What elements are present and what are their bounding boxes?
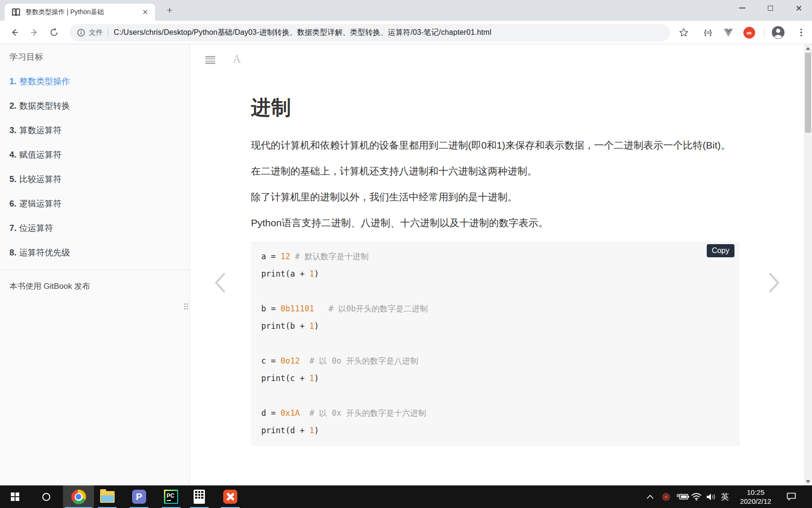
sidebar-item-6[interactable]: 6.逻辑运算符 (9, 198, 189, 209)
code-block: Copy a = 12 # 默认数字是十进制print(a + 1) b = 0… (251, 241, 740, 446)
taskbar-file-explorer[interactable] (96, 485, 118, 508)
tab-strip: 整数类型操作 | Python基础 ✕ + (0, 0, 812, 21)
reload-button[interactable] (47, 25, 61, 40)
copy-button[interactable]: Copy (707, 244, 734, 257)
tray-volume[interactable] (703, 485, 720, 508)
scrollbar-thumb[interactable] (805, 53, 811, 133)
taskbar-calculator[interactable] (188, 485, 211, 508)
code-line (261, 283, 729, 300)
taskbar-chrome[interactable] (63, 485, 94, 508)
sidebar-resize-handle[interactable] (184, 303, 188, 312)
forward-arrow-icon (30, 28, 39, 37)
sidebar-item-1[interactable]: 1.整数类型操作 (9, 76, 189, 87)
screen: 整数类型操作 | Python基础 ✕ + (0, 0, 812, 508)
bookmark-star-button[interactable] (677, 25, 691, 40)
extension-infinity[interactable]: ∞ (742, 25, 757, 40)
url-separator (108, 29, 108, 37)
code-line (261, 335, 729, 352)
page-scrollbar[interactable] (804, 44, 812, 485)
search-button[interactable] (35, 485, 57, 508)
star-icon (679, 28, 688, 37)
taskbar-pycharm[interactable]: PC (160, 485, 182, 508)
paragraphs: 现代的计算机和依赖计算机的设备里都用到二进制(即0和1)来保存和表示数据，一个二… (251, 136, 740, 232)
browser-tab[interactable]: 整数类型操作 | Python基础 ✕ (5, 4, 155, 21)
window-maximize-button[interactable] (759, 0, 781, 16)
tray-recording-app[interactable] (658, 485, 674, 508)
sidebar-item-8[interactable]: 8.运算符优先级 (9, 247, 189, 258)
new-tab-button[interactable]: + (164, 6, 176, 16)
code-line (261, 387, 729, 405)
window-close-button[interactable] (788, 0, 809, 16)
sidebar-item-5[interactable]: 5.比较运算符 (9, 174, 189, 184)
taskbar-p-app[interactable]: P (128, 485, 150, 508)
chevron-right-icon (767, 272, 781, 294)
tray-clock[interactable]: 10:25 2020/2/12 (731, 485, 780, 508)
url-scheme-label: 文件 (89, 28, 103, 37)
toc-header: 学习目标 (9, 52, 189, 62)
scrollbar-down-arrow[interactable] (804, 477, 812, 485)
gitbook-main: A 进制 现代的计算机和依赖计算机的设备里都用到二进制(即0和1)来保存和表示数… (190, 44, 812, 485)
next-page-arrow[interactable] (767, 272, 781, 295)
code-line: print(b + 1) (261, 318, 729, 335)
address-bar[interactable]: 文件 C:/Users/chris/Desktop/Python基础/Day03… (70, 24, 670, 41)
code-line: print(c + 1) (261, 370, 729, 387)
xmind-x-icon (223, 490, 237, 504)
chrome-icon (71, 490, 86, 504)
table-of-contents: 学习目标 1.整数类型操作2.数据类型转换3.算数运算符4.赋值运算符5.比较运… (0, 44, 189, 292)
code-line: d = 0x1A # 以 0x 开头的数字是十六进制 (261, 405, 729, 422)
article: 进制 现代的计算机和依赖计算机的设备里都用到二进制(即0和1)来保存和表示数据，… (251, 44, 740, 446)
code-line: b = 0b11101 # 以0b开头的数字是二进制 (261, 300, 729, 318)
back-arrow-icon (10, 28, 19, 37)
start-button[interactable] (4, 485, 26, 508)
extension-vue-devtools[interactable] (721, 25, 736, 40)
tray-wifi[interactable] (688, 485, 705, 508)
gitbook-favicon-book-icon (11, 8, 21, 17)
tray-ime-indicator[interactable]: 英 (718, 485, 732, 508)
url-text[interactable]: C:/Users/chris/Desktop/Python基础/Day03-进制… (114, 28, 492, 38)
sidebar-item-7[interactable]: 7.位运算符 (9, 223, 189, 233)
profile-avatar[interactable] (771, 25, 786, 40)
sidebar-toggle-icon[interactable] (205, 56, 215, 64)
scrollbar-up-arrow[interactable] (804, 44, 812, 52)
clock-date: 2020/2/12 (740, 497, 772, 506)
window-minimize-button[interactable] (731, 0, 753, 16)
tray-show-hidden-icons[interactable] (642, 485, 658, 508)
prev-page-arrow[interactable] (214, 272, 227, 295)
avatar-icon (771, 25, 785, 40)
tab-close-icon[interactable]: ✕ (140, 8, 150, 16)
gitbook-footer-link[interactable]: 本书使用 GitBook 发布 (9, 281, 189, 292)
extension-json-formatter[interactable]: {≡} (700, 25, 715, 40)
page-info-icon[interactable] (77, 29, 85, 37)
browser-menu-button[interactable] (795, 25, 807, 40)
sidebar-item-4[interactable]: 4.赋值运算符 (9, 150, 189, 160)
tray-action-center[interactable] (782, 485, 801, 508)
toc-divider (0, 270, 190, 270)
back-button[interactable] (8, 25, 22, 40)
code-lines: a = 12 # 默认数字是十进制print(a + 1) b = 0b1110… (261, 248, 729, 439)
notification-icon (787, 492, 796, 501)
toc-items: 1.整数类型操作2.数据类型转换3.算数运算符4.赋值运算符5.比较运算符6.逻… (9, 76, 189, 258)
clock-time: 10:25 (747, 488, 765, 497)
tab-title: 整数类型操作 | Python基础 (25, 8, 140, 16)
infinity-icon: ∞ (743, 27, 755, 39)
ime-language-label: 英 (721, 492, 729, 502)
code-line: print(d + 1) (261, 422, 729, 439)
body-paragraph: 现代的计算机和依赖计算机的设备里都用到二进制(即0和1)来保存和表示数据，一个二… (251, 136, 740, 154)
sidebar-item-2[interactable]: 2.数据类型转换 (9, 101, 189, 111)
calculator-icon (194, 490, 205, 504)
record-dot-icon (663, 494, 669, 500)
vue-v-icon (723, 28, 734, 37)
font-settings-icon[interactable]: A (233, 53, 241, 66)
windows-taskbar: P PC (0, 485, 812, 508)
browser-toolbar: 文件 C:/Users/chris/Desktop/Python基础/Day03… (0, 21, 812, 44)
sidebar-item-3[interactable]: 3.算数运算符 (9, 125, 189, 135)
windows-logo-icon (11, 492, 19, 501)
body-paragraph: 除了计算机里的进制以外，我们生活中经常用到的是十进制。 (251, 188, 740, 206)
body-paragraph: Python语言支持二进制、八进制、十六进制以及十进制的数字表示。 (251, 214, 740, 232)
reload-icon (49, 28, 59, 37)
chevron-up-icon (647, 495, 654, 499)
forward-button[interactable] (27, 25, 41, 40)
folder-icon (100, 491, 115, 503)
toolbar-separator (764, 27, 765, 38)
taskbar-xmind[interactable] (219, 485, 242, 508)
